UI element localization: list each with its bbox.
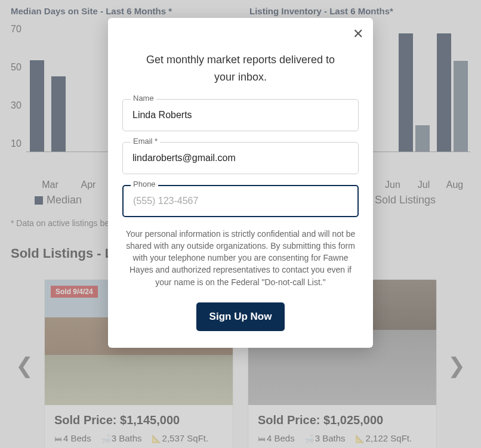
phone-field-wrapper: Phone [122,185,359,217]
phone-label: Phone [131,180,158,189]
email-input[interactable] [122,142,359,174]
signup-modal: ✕ Get monthly market reports delivered t… [108,18,373,348]
signup-button[interactable]: Sign Up Now [196,302,285,331]
email-label: Email * [131,137,160,146]
phone-input[interactable] [122,185,359,217]
name-input[interactable] [122,99,359,131]
modal-title: Get monthly market reports delivered to … [122,51,359,86]
name-label: Name [131,94,156,103]
close-icon[interactable]: ✕ [353,26,363,42]
email-field-wrapper: Email * [122,142,359,174]
name-field-wrapper: Name [122,99,359,131]
disclaimer: Your personal information is strictly co… [122,228,359,288]
